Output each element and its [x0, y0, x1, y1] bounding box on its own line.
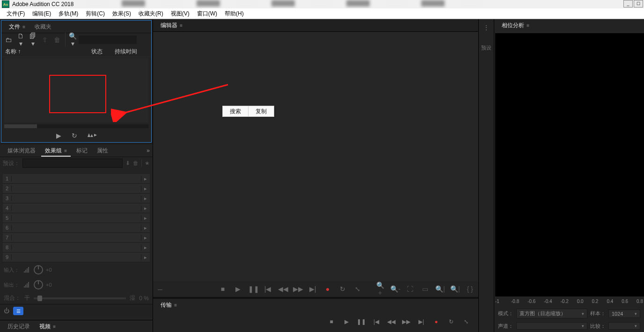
hamburger-icon[interactable]: ≡ — [174, 303, 177, 308]
more-tabs-icon[interactable]: » — [146, 147, 149, 154]
skip-selection-icon[interactable]: ⤡ — [461, 318, 471, 325]
editor-canvas[interactable]: 搜索 复制 — [153, 32, 478, 281]
auto-play-icon[interactable] — [88, 132, 97, 140]
fx-slot[interactable]: 3▸ — [3, 194, 150, 203]
loop-icon[interactable]: ↻ — [338, 285, 347, 293]
menu-file[interactable]: 文件(F) — [3, 8, 29, 19]
mix-wet-label: 湿 — [130, 294, 135, 302]
tick: 0.2 — [592, 299, 599, 304]
skip-selection-icon[interactable]: ⤡ — [353, 285, 362, 293]
power-icon[interactable]: ⏻ — [4, 308, 9, 314]
fx-slot[interactable]: 1▸ — [3, 174, 150, 184]
menu-help[interactable]: 帮助(H) — [221, 8, 248, 19]
forward-icon[interactable]: ▶▶ — [402, 318, 411, 325]
pause-icon[interactable]: ❚❚ — [357, 318, 366, 325]
tab-transfer[interactable]: 传输 ≡ — [157, 299, 181, 311]
maximize-button[interactable]: ☐ — [634, 0, 643, 7]
fx-slot[interactable]: 2▸ — [3, 184, 150, 194]
input-knob[interactable] — [34, 265, 43, 274]
go-end-icon[interactable]: ▶| — [308, 285, 317, 293]
fx-slot[interactable]: 5▸ — [3, 213, 150, 223]
tab-phase[interactable]: 相位分析 ≡ — [498, 20, 533, 31]
pause-icon[interactable]: ❚❚ — [248, 285, 257, 293]
tab-effects-group[interactable]: 效果组 ≡ — [41, 145, 71, 157]
minimize-button[interactable]: _ — [623, 0, 633, 7]
fx-slot[interactable]: 4▸ — [3, 203, 150, 213]
menu-effects[interactable]: 效果(S) — [109, 8, 135, 19]
col-name[interactable]: 名称 ↑ — [5, 48, 91, 56]
zoom-full-icon[interactable]: ⛶ — [405, 285, 415, 293]
output-knob[interactable] — [34, 280, 43, 289]
go-end-icon[interactable]: ▶| — [417, 318, 426, 325]
favorite-icon[interactable]: ★ — [145, 160, 150, 166]
tab-properties[interactable]: 属性 — [93, 145, 112, 157]
col-duration[interactable]: 持续时间 — [115, 48, 147, 56]
preset-save-icon[interactable]: ⬇ — [125, 160, 130, 166]
tab-editor[interactable]: 编辑器 ≡ — [157, 20, 186, 31]
forward-icon[interactable]: ▶▶ — [293, 285, 302, 293]
search-icon[interactable]: 🔍▾ — [68, 32, 77, 47]
stop-icon[interactable]: ■ — [327, 318, 336, 325]
new-file-icon[interactable]: 🗋▾ — [16, 32, 25, 47]
menu-window[interactable]: 窗口(W) — [193, 8, 221, 19]
mode-select[interactable]: 直方图（日志缩放）▾ — [516, 309, 587, 318]
fx-slot[interactable]: 7▸ — [3, 233, 150, 243]
menu-edit[interactable]: 编辑(E) — [29, 8, 55, 19]
channel-select[interactable]: ▾ — [516, 322, 587, 330]
tab-favorites[interactable]: 收藏夹 — [31, 21, 55, 33]
new-multitrack-icon[interactable]: 🗐▾ — [29, 32, 37, 47]
tab-files[interactable]: 文件 ≡ — [5, 21, 29, 33]
tab-media-browser[interactable]: 媒体浏览器 — [4, 145, 39, 157]
time-display: – — [157, 284, 162, 294]
zoom-out-point-icon[interactable]: 🔍| — [450, 285, 460, 293]
toggle-brackets-icon[interactable]: { } — [465, 285, 475, 293]
open-folder-icon[interactable]: 🗀 — [4, 36, 13, 43]
menu-clip[interactable]: 剪辑(C) — [82, 8, 109, 19]
hamburger-icon[interactable]: ≡ — [22, 24, 25, 29]
hamburger-icon[interactable]: ≡ — [53, 324, 56, 329]
zoom-in-icon[interactable]: 🔍+ — [375, 281, 385, 296]
record-icon[interactable]: ● — [432, 318, 441, 325]
fx-slot[interactable]: 6▸ — [3, 223, 150, 233]
hamburger-icon[interactable]: ≡ — [527, 23, 529, 28]
rewind-icon[interactable]: ◀◀ — [278, 285, 287, 293]
list-view-icon[interactable]: ☰ — [13, 307, 23, 315]
context-copy[interactable]: 复制 — [249, 106, 274, 116]
play-icon[interactable]: ▶ — [233, 285, 242, 293]
search-input[interactable] — [79, 36, 137, 44]
phase-display[interactable] — [495, 33, 644, 296]
menu-favorites[interactable]: 收藏夹(R) — [135, 8, 167, 19]
compare-select[interactable]: ▾ — [608, 322, 640, 330]
menu-view[interactable]: 视图(V) — [167, 8, 193, 19]
tab-video[interactable]: 视频 ≡ — [36, 321, 59, 332]
fx-slot[interactable]: 9▸ — [3, 253, 150, 262]
rewind-icon[interactable]: ◀◀ — [387, 318, 396, 325]
stop-icon[interactable]: ■ — [218, 285, 227, 293]
collapsed-preset-tab[interactable]: 预设 — [481, 44, 491, 51]
panel-options-icon[interactable]: ⋮ — [483, 24, 490, 31]
hamburger-icon[interactable]: ≡ — [180, 23, 183, 28]
context-search[interactable]: 搜索 — [223, 106, 249, 116]
sample-select[interactable]: 1024▾ — [608, 310, 640, 318]
go-start-icon[interactable]: |◀ — [372, 318, 381, 325]
go-start-icon[interactable]: |◀ — [263, 285, 272, 293]
play-icon[interactable]: ▶ — [342, 318, 351, 325]
scrollbar-thumb[interactable] — [4, 124, 37, 128]
zoom-out-icon[interactable]: 🔍- — [390, 285, 400, 293]
mix-slider[interactable] — [34, 297, 126, 299]
menu-multitrack[interactable]: 多轨(M) — [55, 8, 82, 19]
play-icon[interactable]: ▶ — [56, 132, 61, 139]
files-list-area[interactable] — [4, 58, 148, 123]
zoom-sel-icon[interactable]: ▭ — [420, 285, 430, 293]
hamburger-icon[interactable]: ≡ — [64, 148, 67, 153]
record-icon[interactable]: ● — [323, 285, 332, 293]
tab-markers[interactable]: 标记 — [73, 145, 91, 157]
zoom-in-point-icon[interactable]: 🔍| — [435, 285, 445, 293]
preset-select[interactable] — [22, 159, 123, 168]
loop-icon[interactable]: ↻ — [72, 132, 77, 139]
tab-history[interactable]: 历史记录 — [4, 321, 34, 332]
col-status[interactable]: 状态 — [91, 48, 115, 56]
fx-slot[interactable]: 8▸ — [3, 243, 150, 253]
loop-icon[interactable]: ↻ — [446, 318, 456, 325]
preset-delete-icon[interactable]: 🗑 — [133, 160, 139, 166]
